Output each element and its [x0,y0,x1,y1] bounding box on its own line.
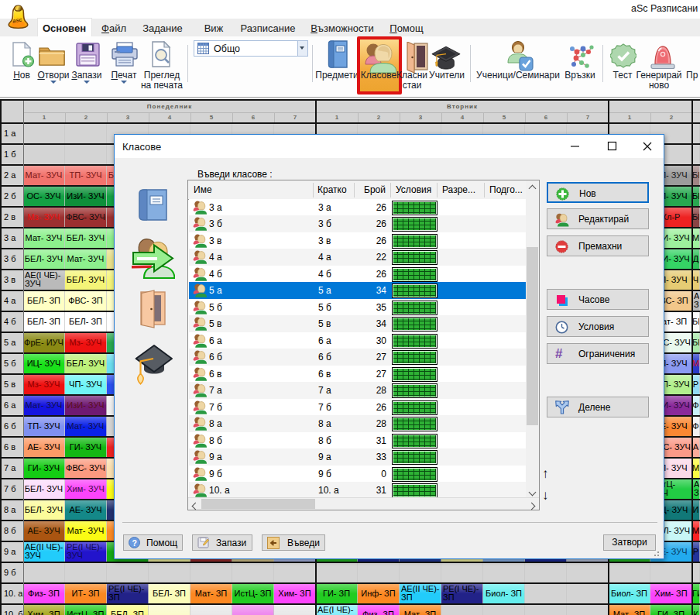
svg-text:?: ? [132,538,137,548]
svg-text:asc: asc [12,16,23,25]
